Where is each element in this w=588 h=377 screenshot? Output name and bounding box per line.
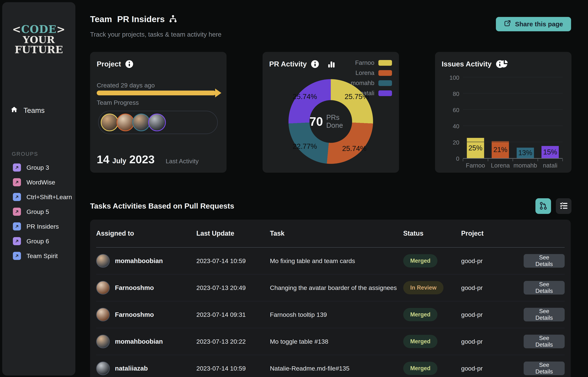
sidebar-group-item[interactable]: Ctrl+Shift+Learn (2, 190, 75, 204)
sidebar-group-item[interactable]: PR Insiders (2, 219, 75, 234)
status-cell: In Review (403, 281, 461, 294)
info-icon[interactable] (311, 60, 319, 68)
logo-line-2: YOUR (2, 35, 75, 45)
y-tick-label: 40 (453, 123, 459, 130)
issues-bar-chart: 020406080100 25%21%13%15% FarnooLorenamo… (442, 78, 563, 175)
pie-chart-icon[interactable] (500, 59, 509, 69)
git-pull-request-icon (539, 201, 548, 211)
x-axis-category-label: Farnoo (463, 162, 488, 169)
donut-slice-label: 25.74% (293, 93, 317, 101)
bar-chart-icon[interactable] (327, 60, 336, 69)
x-axis-category-label: natali (538, 162, 563, 169)
task-cell: Farnoosh tooltip 139 (270, 311, 403, 318)
see-details-button[interactable]: See Details (524, 335, 565, 348)
group-label: Group 3 (26, 164, 49, 171)
sidebar-group-item[interactable]: Group 3 (2, 160, 75, 175)
sidebar-item-teams[interactable]: Teams (10, 106, 45, 115)
groups-list: Group 3WordWiseCtrl+Shift+LearnGroup 5PR… (2, 160, 75, 263)
page-subtitle: Track your projects, tasks & team activi… (90, 31, 571, 38)
table-row: momahboobian2023-07-13 20:22Mo toggle ta… (96, 328, 565, 355)
donut-slice-label: 25.74% (342, 144, 366, 153)
avatar (96, 254, 110, 268)
sidebar-group-item[interactable]: Group 5 (2, 204, 75, 219)
table-row: nataliiazab2023-07-14 10:59Natalie-Readm… (96, 355, 565, 377)
info-icon[interactable] (125, 60, 133, 68)
teams-label: Teams (23, 106, 45, 115)
tasks-section-header: Tasks Activities Based on Pull Requests (90, 198, 571, 214)
see-details-button[interactable]: See Details (524, 308, 565, 321)
last-update-cell: 2023-07-14 10:59 (196, 257, 270, 265)
pr-activity-card: PR Activity FarnooLorenamomahbnatali 25.… (263, 52, 399, 173)
team-progress-bar (97, 91, 216, 95)
status-badge: In Review (403, 281, 444, 294)
bar[interactable]: 21% (492, 141, 509, 158)
x-axis-tick (463, 159, 463, 161)
pull-request-view-button[interactable] (535, 198, 551, 214)
status-badge: Merged (403, 362, 437, 375)
plot-area: 25%21%13%15% (463, 78, 563, 159)
title-team-name: PR Insiders (117, 14, 165, 24)
bar[interactable]: 25% (467, 138, 484, 158)
project-card: Project Created 29 days ago Team Progres… (90, 52, 227, 173)
task-cell: Changing the avatar boarder of the assig… (270, 284, 403, 291)
see-details-button[interactable]: See Details (524, 362, 565, 375)
table-column-header: Status (403, 230, 461, 237)
groups-section-label: GROUPS (12, 151, 38, 157)
arrow-up-right-icon (13, 193, 21, 201)
group-label: Team Spirit (26, 252, 58, 259)
y-tick-label: 20 (453, 139, 459, 146)
table-rows: momahboobian2023-07-14 10:59Mo fixing ta… (96, 247, 565, 377)
sidebar-group-item[interactable]: Group 6 (2, 234, 75, 248)
group-label: WordWise (26, 179, 55, 186)
arrow-up-right-icon (13, 178, 21, 186)
share-page-button[interactable]: Share this page (496, 17, 571, 31)
donut-slice-label: 25.75% (344, 93, 369, 101)
x-axis-tick (562, 159, 563, 161)
gridline (463, 142, 563, 142)
view-toggle-toolbar (535, 198, 571, 214)
see-details-button[interactable]: See Details (524, 281, 565, 295)
table-column-header: Project (461, 230, 524, 237)
sidebar-group-item[interactable]: Team Spirit (2, 248, 75, 263)
title-prefix: Team (90, 14, 112, 24)
legend-swatch (378, 70, 392, 76)
issues-activity-card: Issues Activity 020406080100 25%21%13%15… (435, 52, 571, 173)
avatar (96, 362, 110, 375)
legend-swatch (378, 90, 392, 96)
arrow-up-right-icon (13, 252, 21, 260)
assignee-name: momahboobian (115, 257, 163, 265)
arrow-up-right-icon (13, 208, 21, 216)
legend-item: Lorena (351, 69, 392, 76)
table-row: Farnooshmo2023-07-14 09:31Farnoosh toolt… (96, 301, 565, 328)
avatar (132, 114, 150, 131)
assignee-name: Farnooshmo (115, 311, 154, 318)
y-tick-label: 0 (456, 155, 459, 162)
checklist-view-button[interactable] (556, 198, 571, 214)
donut-slice-label: 22.77% (293, 142, 317, 150)
status-cell: Merged (403, 254, 461, 268)
x-axis-category-label: Lorena (488, 162, 513, 169)
y-tick-label: 60 (453, 107, 459, 114)
see-details-button[interactable]: See Details (524, 254, 565, 268)
bar[interactable]: 13% (517, 148, 534, 158)
last-update-cell: 2023-07-13 20:49 (196, 284, 270, 291)
code-your-future-logo: <CODE> YOUR FUTURE (2, 24, 75, 55)
actions-cell: See Details (524, 254, 565, 268)
avatar (101, 114, 118, 131)
avatar (96, 308, 110, 321)
gridline (463, 126, 563, 126)
bar[interactable]: 15% (542, 146, 559, 158)
date-year: 2023 (129, 153, 155, 166)
assignee-name: nataliiazab (115, 365, 148, 372)
arrow-up-right-icon (13, 222, 21, 230)
page-header: Team PR Insiders Track your projects, ta… (90, 14, 571, 38)
actions-cell: See Details (524, 308, 565, 321)
pr-activity-title: PR Activity (269, 60, 319, 68)
prs-done-label: PRs Done (326, 114, 352, 130)
y-tick-label: 80 (453, 91, 459, 97)
last-activity-date: 14 July 2023 Last Activity (97, 153, 199, 166)
table-column-header: Task (270, 230, 403, 237)
sidebar-group-item[interactable]: WordWise (2, 175, 75, 190)
y-axis: 020406080100 (442, 78, 459, 159)
status-badge: Merged (403, 335, 437, 348)
